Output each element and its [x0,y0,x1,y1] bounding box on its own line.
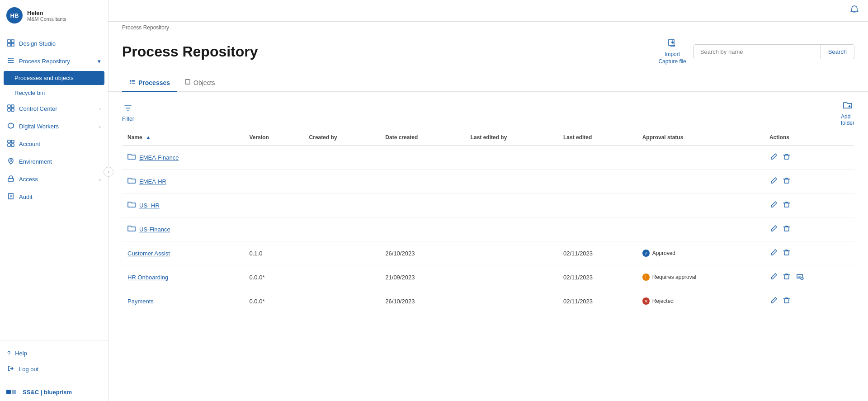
sidebar-item-account[interactable]: Account [0,135,108,153]
edit-button[interactable] [769,296,778,307]
edit-button[interactable] [769,248,778,259]
delete-button[interactable] [782,200,791,211]
delete-button[interactable] [782,152,791,163]
folder-icon [127,201,136,210]
tab-objects[interactable]: Objects [177,74,222,92]
svg-rect-19 [12,390,16,394]
sidebar-item-label: Log out [19,366,38,373]
cell-last-edited-by [465,146,558,170]
col-name[interactable]: Name ▲ [122,130,244,146]
cell-created-by [304,170,380,193]
svg-point-23 [130,83,131,84]
cell-approval-status: ✕ Rejected [637,289,764,313]
table-row: HR Onboarding0.0.0*21/09/202302/11/2023 … [122,265,854,289]
col-version: Version [244,130,304,146]
sidebar-item-environment[interactable]: Environment [0,153,108,170]
preview-button[interactable] [795,272,805,283]
cell-actions [764,170,854,193]
search-input[interactable] [694,45,821,59]
notification-bell-icon[interactable] [850,5,859,16]
cell-last-edited-by [465,241,558,265]
cell-created-by [304,217,380,241]
sidebar-item-label: Environment [19,158,52,165]
svg-rect-30 [784,275,789,279]
sidebar-item-label: Account [19,141,40,147]
folder-icon [127,177,136,186]
main-content: Process Repository Process Repository Im… [108,0,868,401]
folder-name[interactable]: US- HR [139,202,160,209]
cell-date-created: 26/10/2023 [380,241,465,265]
svg-point-6 [8,62,9,63]
edit-button[interactable] [769,224,778,235]
cell-last-edited-by [465,217,558,241]
edit-button[interactable] [769,152,778,163]
process-link[interactable]: Customer Assist [127,250,170,257]
delete-button[interactable] [782,176,791,187]
edit-button[interactable] [769,272,778,283]
cell-approval-status: ✓ Approved [637,241,764,265]
folder-link[interactable]: US- HR [127,201,239,210]
cell-version [244,217,304,241]
cell-last-edited [558,146,637,170]
edit-button[interactable] [769,176,778,187]
delete-button[interactable] [782,272,791,283]
sidebar-item-access[interactable]: Access › [0,170,108,188]
control-center-icon [7,104,14,113]
search-button[interactable]: Search [821,45,854,59]
folder-link[interactable]: EMEA-HR [127,177,239,186]
user-org: M&M Consultants [27,16,66,22]
cell-actions [764,193,854,217]
cell-date-created [380,170,465,193]
status-badge: ! Requires approval [642,274,696,281]
cell-last-edited-by [465,289,558,313]
folder-link[interactable]: EMEA-Finance [127,153,239,162]
cell-last-edited: 02/11/2023 [558,289,637,313]
process-link[interactable]: Payments [127,298,154,305]
svg-rect-26 [784,179,789,183]
folder-name[interactable]: EMEA-HR [139,178,166,185]
sidebar-nav: Design Studio Process Repository ▾ Proce… [0,31,108,340]
import-capture-file-button[interactable]: ImportCapture file [658,38,686,65]
folder-link[interactable]: US-Finance [127,225,239,234]
logout-icon [7,365,14,373]
chevron-right-icon: › [99,177,101,182]
sidebar-item-design-studio[interactable]: Design Studio [0,35,108,52]
svg-point-4 [8,58,9,59]
sidebar-item-audit[interactable]: Audit [0,188,108,206]
sidebar-item-digital-workers[interactable]: Digital Workers › [0,118,108,135]
sidebar-item-recycle-bin[interactable]: Recycle bin [0,86,108,100]
folder-name[interactable]: US-Finance [139,226,170,233]
delete-button[interactable] [782,224,791,235]
edit-button[interactable] [769,200,778,211]
data-table: Name ▲ Version Created by Date created L… [122,130,854,313]
breadcrumb: Process Repository [108,22,868,33]
sidebar-item-help[interactable]: ? Help [0,346,108,361]
cell-last-edited: 02/11/2023 [558,241,637,265]
cell-last-edited [558,193,637,217]
cell-date-created [380,146,465,170]
process-link[interactable]: HR Onboarding [127,274,168,281]
table-row: Payments0.0.0*26/10/202302/11/2023 ✕ Rej… [122,289,854,313]
col-date-created: Date created [380,130,465,146]
sidebar-item-processes-and-objects[interactable]: Processes and objects [4,71,104,85]
collapse-handle-btn[interactable]: ‹ [104,167,113,177]
cell-name: Customer Assist [122,241,244,265]
tab-processes[interactable]: Processes [122,74,177,92]
svg-rect-12 [8,140,10,143]
delete-button[interactable] [782,296,791,307]
svg-rect-18 [6,390,11,394]
sidebar-item-process-repository[interactable]: Process Repository ▾ [0,52,108,70]
cell-created-by [304,265,380,289]
cell-version: 0.1.0 [244,241,304,265]
filter-button[interactable]: Filter [122,104,134,122]
sidebar-item-logout[interactable]: Log out [0,361,108,377]
sidebar-item-control-center[interactable]: Control Center › [0,100,108,118]
tabs-bar: Processes Objects [108,74,868,92]
delete-button[interactable] [782,248,791,259]
svg-rect-9 [8,109,10,111]
cell-approval-status [637,146,764,170]
action-icons [769,296,849,307]
folder-name[interactable]: EMEA-Finance [139,154,179,161]
add-folder-button[interactable]: Addfolder [841,99,854,126]
filter-icon [123,104,132,115]
